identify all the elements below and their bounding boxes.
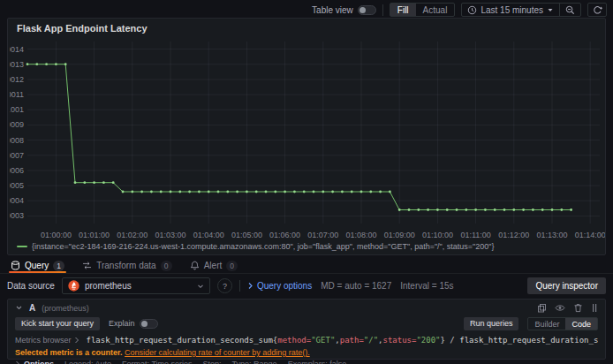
svg-text:0.0007: 0.0007 xyxy=(10,151,24,160)
magnifier-minus-icon xyxy=(565,5,575,15)
svg-text:01:09:00: 01:09:00 xyxy=(384,231,415,239)
time-range-label: Last 15 minutes xyxy=(481,5,543,15)
caret-down-icon xyxy=(547,6,554,13)
svg-text:0.0005: 0.0005 xyxy=(10,181,24,190)
warning-fix-link[interactable]: Consider calculating rate of counter by … xyxy=(125,348,310,357)
svg-text:01:08:00: 01:08:00 xyxy=(345,231,376,239)
svg-text:01:01:00: 01:01:00 xyxy=(79,231,110,239)
panel-title: Flask App Endpoint Latency xyxy=(8,19,605,34)
svg-text:0.0003: 0.0003 xyxy=(10,211,24,220)
metrics-browser-label: Metrics browser xyxy=(15,336,72,345)
code-option[interactable]: Code xyxy=(565,318,597,330)
option-step: Step: xyxy=(203,360,222,364)
refresh-button[interactable] xyxy=(587,3,607,17)
svg-text:0.0011: 0.0011 xyxy=(10,90,24,99)
svg-text:01:02:00: 01:02:00 xyxy=(117,231,148,239)
svg-text:01:10:00: 01:10:00 xyxy=(422,231,453,239)
chart-plot-area[interactable]: 0.00030.00040.00050.00060.00070.00080.00… xyxy=(10,34,605,245)
tab-transform-label: Transform data xyxy=(96,261,155,270)
svg-text:0.0014: 0.0014 xyxy=(10,45,24,54)
option-format: Format: Time series xyxy=(122,360,193,364)
trash-icon[interactable] xyxy=(573,303,583,313)
query-expression-row: Metrics browser flask_http_request_durat… xyxy=(15,334,598,346)
options-label: Options xyxy=(24,360,54,364)
chevron-right-icon xyxy=(247,282,254,290)
tab-transform-count: 0 xyxy=(161,261,172,271)
explain-toggle[interactable] xyxy=(140,319,158,329)
builder-option[interactable]: Builder xyxy=(528,318,565,330)
svg-text:01:14:00: 01:14:00 xyxy=(575,231,605,239)
svg-text:01:05:00: 01:05:00 xyxy=(231,231,262,239)
prometheus-icon xyxy=(68,280,79,292)
chevron-right-icon xyxy=(15,360,20,364)
metrics-browser-toggle[interactable]: Metrics browser xyxy=(15,336,79,345)
query-inspector-button[interactable]: Query inspector xyxy=(527,277,606,294)
table-view-toggle[interactable] xyxy=(358,5,376,15)
time-range-picker[interactable]: Last 15 minutes xyxy=(462,4,559,16)
kick-start-query-button[interactable]: Kick start your query xyxy=(15,317,100,330)
timeseries-panel: Flask App Endpoint Latency 0.00030.00040… xyxy=(7,18,606,255)
option-exemplars: Exemplars: false xyxy=(288,360,347,364)
fill-button[interactable]: Fill xyxy=(390,4,416,16)
datasource-help-button[interactable]: ? xyxy=(217,278,232,293)
panel-edit-topbar: Table view Fill Actual Last 15 minutes xyxy=(0,0,613,17)
svg-text:0.0006: 0.0006 xyxy=(10,166,24,175)
time-controls-group: Last 15 minutes xyxy=(461,3,581,17)
collapse-chevron-icon[interactable] xyxy=(15,304,23,312)
tab-query[interactable]: Query 1 xyxy=(9,258,66,273)
svg-text:0.0008: 0.0008 xyxy=(10,136,24,145)
svg-text:0.001: 0.001 xyxy=(10,105,24,114)
query-options-label: Query options xyxy=(257,281,312,291)
refresh-icon xyxy=(593,5,602,15)
option-legend: Legend: Auto xyxy=(64,360,111,364)
svg-text:01:11:00: 01:11:00 xyxy=(460,231,490,239)
query-row-actions xyxy=(537,303,598,313)
tab-alert-count: 0 xyxy=(226,261,238,271)
ds-row-divider xyxy=(239,280,240,292)
tab-alert[interactable]: Alert 0 xyxy=(188,258,240,273)
legend-series-swatch xyxy=(17,246,27,247)
svg-text:01:00:00: 01:00:00 xyxy=(41,231,72,239)
counter-warning: Selected metric is a counter. Consider c… xyxy=(15,348,598,357)
warning-text: Selected metric is a counter. xyxy=(15,348,123,357)
svg-text:0.0004: 0.0004 xyxy=(10,196,24,205)
query-options-row: Options Legend: Auto Format: Time series… xyxy=(15,360,598,364)
promql-expression-input[interactable]: flask_http_request_duration_seconds_sum{… xyxy=(87,336,598,345)
eye-icon[interactable] xyxy=(555,303,565,313)
run-queries-button[interactable]: Run queries xyxy=(464,317,519,330)
query-options-toggle[interactable]: Query options xyxy=(247,281,312,291)
tab-query-label: Query xyxy=(25,261,49,270)
legend-series-label: {instance="ec2-184-169-216-224.us-west-1… xyxy=(32,242,495,251)
tab-alert-label: Alert xyxy=(204,261,223,270)
topbar-divider xyxy=(382,4,383,16)
database-icon xyxy=(11,261,20,270)
query-datasource-hint: (prometheus) xyxy=(42,304,89,313)
editor-tabs: Query 1 Transform data 0 Alert 0 xyxy=(0,258,613,274)
transform-icon xyxy=(82,261,92,270)
max-data-points-summary: MD = auto = 1627 xyxy=(321,281,391,291)
svg-text:01:03:00: 01:03:00 xyxy=(155,231,185,239)
svg-text:01:13:00: 01:13:00 xyxy=(536,231,567,239)
chevron-down-icon xyxy=(197,283,204,290)
datasource-name: prometheus xyxy=(85,281,192,291)
builder-code-toggle: Builder Code xyxy=(527,317,598,330)
svg-text:01:06:00: 01:06:00 xyxy=(269,231,300,239)
svg-text:01:12:00: 01:12:00 xyxy=(498,231,529,239)
svg-text:01:04:00: 01:04:00 xyxy=(193,231,224,239)
chart-legend[interactable]: {instance="ec2-184-169-216-224.us-west-1… xyxy=(17,242,495,251)
datasource-picker[interactable]: prometheus xyxy=(62,277,210,294)
table-view-control: Table view xyxy=(312,5,376,15)
query-row-header: A (prometheus) xyxy=(15,302,598,314)
interval-summary: Interval = 15s xyxy=(400,281,453,291)
drag-handle-icon[interactable] xyxy=(591,303,598,313)
query-ref-id[interactable]: A xyxy=(29,303,35,313)
copy-icon[interactable] xyxy=(537,303,547,313)
fill-actual-group: Fill Actual xyxy=(390,3,456,17)
options-toggle[interactable]: Options xyxy=(15,360,54,364)
svg-text:0.0013: 0.0013 xyxy=(10,60,24,69)
svg-text:0.0012: 0.0012 xyxy=(10,75,24,84)
actual-button[interactable]: Actual xyxy=(416,4,455,16)
tab-transform-data[interactable]: Transform data 0 xyxy=(80,258,173,273)
zoom-out-button[interactable] xyxy=(559,4,580,16)
chevron-right-icon xyxy=(74,337,79,344)
